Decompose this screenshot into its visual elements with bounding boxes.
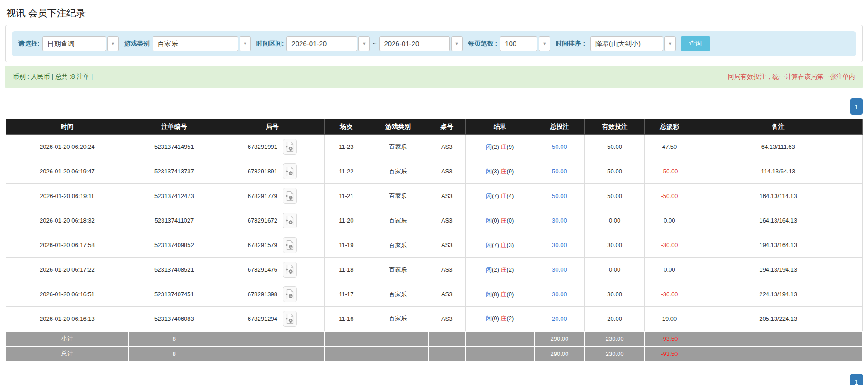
per-page-label: 每页笔数 : (468, 40, 498, 48)
cell-remark: 194.13/194.13 (694, 258, 862, 282)
table-header-row: 时间注单编号局号场次游戏类别桌号结果总投注有效投注总派彩备注 (6, 119, 862, 135)
totals-empty (428, 331, 466, 346)
cell-payout: -50.00 (644, 159, 694, 184)
video-replay-button[interactable] (283, 286, 297, 302)
video-replay-button[interactable] (283, 163, 297, 179)
cell-payout: 0.00 (644, 258, 694, 282)
totals-total-bet: 290.00 (534, 331, 585, 346)
cell-bet-number: 523137412473 (128, 184, 220, 208)
cell-remark: 194.13/164.13 (694, 233, 862, 258)
video-replay-button[interactable] (283, 237, 297, 253)
cell-valid-bet: 50.00 (585, 159, 645, 184)
round-number: 678291579 (248, 242, 277, 248)
cell-valid-bet: 0.00 (585, 258, 645, 282)
cell-valid-bet: 30.00 (585, 282, 645, 307)
cell-game-type: 百家乐 (368, 282, 428, 307)
game-type-select[interactable]: 百家乐 (153, 36, 238, 51)
result-banker: 庄 (501, 217, 507, 224)
result-banker-score: (9) (507, 143, 514, 150)
column-header-8: 有效投注 (585, 119, 645, 135)
cell-bet-number: 523137408521 (128, 258, 220, 282)
cell-total-bet[interactable]: 20.00 (534, 307, 585, 331)
per-page-select[interactable]: 100 (500, 36, 537, 51)
result-banker: 庄 (501, 315, 507, 322)
cell-total-bet[interactable]: 50.00 (534, 159, 585, 184)
cell-total-bet[interactable]: 30.00 (534, 208, 585, 233)
totals-count: 8 (128, 331, 220, 346)
chevron-down-icon[interactable]: ▼ (664, 36, 676, 51)
round-number: 678291891 (248, 168, 277, 175)
chevron-down-icon[interactable]: ▼ (539, 36, 550, 51)
cell-result: 闲(0) 庄(2) (466, 307, 534, 331)
page-title: 视讯 会员下注纪录 (5, 0, 863, 25)
cell-remark: 224.13/194.13 (694, 282, 862, 307)
page-1-button[interactable]: 1 (850, 98, 863, 115)
cell-total-bet[interactable]: 50.00 (534, 184, 585, 208)
column-header-10: 备注 (694, 119, 862, 135)
page-1-button[interactable]: 1 (850, 374, 863, 385)
cell-total-bet[interactable]: 30.00 (534, 233, 585, 258)
pagination-top: 1 (5, 98, 863, 115)
cell-valid-bet: 20.00 (585, 307, 645, 331)
cell-remark: 164.13/164.13 (694, 208, 862, 233)
result-banker: 庄 (501, 192, 507, 199)
cell-game-type: 百家乐 (368, 135, 428, 159)
query-button[interactable]: 查询 (681, 36, 710, 51)
table-row: 2026-01-20 06:18:32523137411027678291672… (6, 208, 862, 233)
totals-valid-bet: 230.00 (585, 331, 645, 346)
cell-valid-bet: 0.00 (585, 208, 645, 233)
cell-game-type: 百家乐 (368, 258, 428, 282)
result-player-score: (0) (492, 217, 501, 224)
cell-time: 2026-01-20 06:20:24 (6, 135, 128, 159)
result-banker-score: (3) (507, 242, 514, 248)
cell-remark: 114.13/64.13 (694, 159, 862, 184)
time-sort-select[interactable]: 降幂(由大到小) (590, 36, 663, 51)
result-player: 闲 (486, 291, 492, 298)
cell-total-bet[interactable]: 30.00 (534, 282, 585, 307)
video-replay-button[interactable] (283, 262, 297, 278)
cell-round: 678291398 (220, 282, 324, 307)
video-replay-button[interactable] (283, 213, 297, 228)
totals-label: 小计 (6, 331, 128, 346)
video-replay-button[interactable] (283, 311, 297, 327)
column-header-6: 结果 (466, 119, 534, 135)
cell-round: 678291294 (220, 307, 324, 331)
video-replay-button[interactable] (283, 139, 297, 155)
result-banker-score: (4) (507, 192, 514, 199)
cell-round: 678291579 (220, 233, 324, 258)
result-player: 闲 (486, 266, 492, 273)
cell-bet-number: 523137406083 (128, 307, 220, 331)
video-replay-icon (285, 264, 294, 275)
totals-empty (324, 331, 368, 346)
totals-empty (466, 346, 534, 361)
chevron-down-icon[interactable]: ▼ (358, 36, 370, 51)
chevron-down-icon[interactable]: ▼ (240, 36, 251, 51)
cell-round: 678291779 (220, 184, 324, 208)
cell-table-number: AS3 (428, 135, 466, 159)
date-to-select[interactable]: 2026-01-20 (379, 36, 450, 51)
cell-bet-number: 523137411027 (128, 208, 220, 233)
totals-valid-bet: 230.00 (585, 346, 645, 361)
cell-bet-number: 523137407451 (128, 282, 220, 307)
table-row: 2026-01-20 06:17:58523137409852678291579… (6, 233, 862, 258)
cell-session: 11-20 (324, 208, 368, 233)
query-type-label: 请选择: (18, 40, 40, 48)
cell-total-bet[interactable]: 50.00 (534, 135, 585, 159)
totals-label: 总计 (6, 346, 128, 361)
chevron-down-icon[interactable]: ▼ (107, 36, 119, 51)
totals-count: 8 (128, 346, 220, 361)
cell-total-bet[interactable]: 30.00 (534, 258, 585, 282)
totals-empty (324, 346, 368, 361)
cell-table-number: AS3 (428, 282, 466, 307)
cell-result: 闲(7) 庄(3) (466, 233, 534, 258)
round-number: 678291672 (248, 217, 277, 224)
betting-records-table: 时间注单编号局号场次游戏类别桌号结果总投注有效投注总派彩备注 2026-01-2… (5, 119, 863, 362)
chevron-down-icon[interactable]: ▼ (451, 36, 463, 51)
cell-valid-bet: 50.00 (585, 184, 645, 208)
table-row: 2026-01-20 06:16:13523137406083678291294… (6, 307, 862, 331)
date-from-select[interactable]: 2026-01-20 (286, 36, 357, 51)
column-header-1: 注单编号 (128, 119, 220, 135)
video-replay-button[interactable] (283, 188, 297, 204)
query-type-select[interactable]: 日期查询 (42, 36, 106, 51)
table-body: 2026-01-20 06:20:24523137414951678291991… (6, 135, 862, 361)
